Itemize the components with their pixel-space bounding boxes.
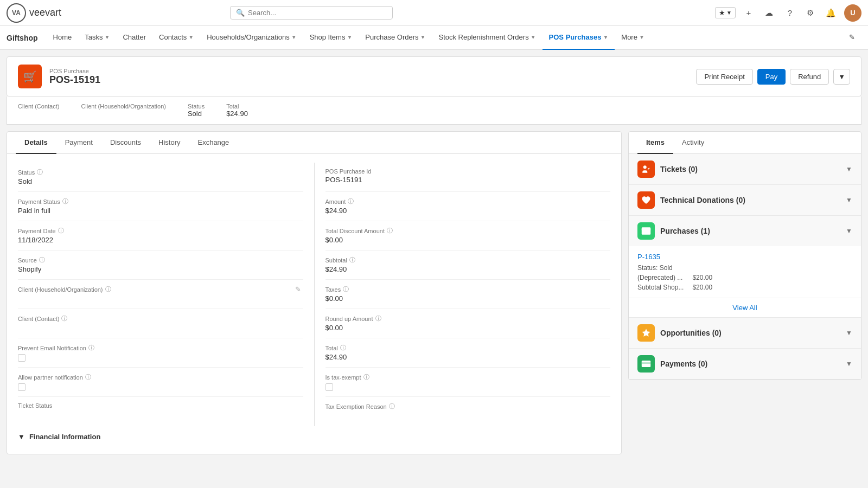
search-input[interactable] [248,9,387,17]
settings-icon[interactable]: ⚙ [803,5,818,21]
info-icon[interactable]: ⓘ [375,314,381,323]
secondary-nav: Giftshop Home Tasks▼ Chatter Contacts▼ H… [0,26,868,50]
notifications-icon[interactable]: 🔔 [824,5,839,21]
record-id: POS-15191 [49,74,100,86]
summary-status: Status Sold [188,103,205,118]
chevron-down-icon: ▼ [846,227,852,235]
top-nav: VA veevart 🔍 ★ ▼ + ☁ ? ⚙ 🔔 U [0,0,868,26]
tab-activity[interactable]: Activity [673,132,713,154]
chevron-down-icon: ▼ [531,34,536,40]
financial-section-header[interactable]: ▼ Financial Information [18,426,610,445]
chevron-down-icon: ▼ [726,10,732,16]
nav-chatter[interactable]: Chatter [116,26,152,50]
related-donations-header[interactable]: Technical Donations (0) ▼ [629,185,861,215]
related-tickets-header[interactable]: Tickets (0) ▼ [629,154,861,184]
tab-items[interactable]: Items [637,132,673,154]
nav-icons: ★ ▼ + ☁ ? ⚙ 🔔 U [715,4,861,22]
related-purchases: Purchases (1) ▼ P-1635 Status: Sold (Dep… [629,216,861,318]
nav-stock-replenishment[interactable]: Stock Replenishment Orders▼ [432,26,542,50]
chevron-down-icon: ▼ [291,34,297,40]
info-icon[interactable]: ⓘ [389,402,395,410]
field-discount-amount: Total Discount Amountⓘ $0.00 ✎ [326,221,611,251]
info-icon[interactable]: ⓘ [387,227,393,235]
search-bar[interactable]: 🔍 [230,6,393,20]
edit-icon[interactable]: ✎ [295,285,301,293]
field-total: Totalⓘ $24.90 ✎ [326,338,611,368]
app-name: Giftshop [7,34,38,42]
purchases-title: Purchases (1) [660,227,710,235]
detail-row: Statusⓘ Sold ✎ Payment Statusⓘ Paid in f… [18,163,610,426]
info-icon[interactable]: ⓘ [105,285,111,293]
info-icon[interactable]: ⓘ [88,344,94,352]
summary-client-contact: Client (Contact) [18,103,59,110]
avatar[interactable]: U [844,4,861,22]
nav-pos-purchases[interactable]: POS Purchases▼ [542,26,615,50]
field-payment-date: Payment Dateⓘ 11/18/2022 ✎ [18,221,303,251]
add-button[interactable]: + [741,5,756,21]
chevron-down-icon: ▼ [420,34,426,40]
info-icon[interactable]: ⓘ [85,373,91,381]
details-tab-content: Statusⓘ Sold ✎ Payment Statusⓘ Paid in f… [7,154,621,454]
help-icon[interactable]: ? [782,5,797,21]
right-detail-col: POS Purchase Id POS-15191 Amountⓘ $24.90… [326,163,611,426]
pos-icon: 🛒 [18,65,42,88]
info-icon[interactable]: ⓘ [58,227,64,235]
purchase-link[interactable]: P-1635 [637,253,660,261]
allow-partner-checkbox[interactable] [18,383,25,391]
tab-payment[interactable]: Payment [56,132,101,154]
nav-contacts[interactable]: Contacts▼ [152,26,200,50]
cloud-icon[interactable]: ☁ [762,5,777,21]
chevron-down-icon: ▼ [18,433,25,441]
related-payments-header[interactable]: Payments (0) ▼ [629,349,861,379]
purchases-body: P-1635 Status: Sold (Deprecated) ... Sub… [629,246,861,298]
list-item: P-1635 Status: Sold (Deprecated) ... Sub… [637,253,852,291]
field-pos-id: POS Purchase Id POS-15191 [326,163,611,192]
main-content: Details Payment Discounts History Exchan… [0,125,868,461]
chevron-down-icon: ▼ [846,196,852,204]
svg-point-0 [643,165,647,169]
chevron-down-icon: ▼ [104,34,110,40]
logo-name: veevart [29,7,61,18]
tab-exchange[interactable]: Exchange [189,132,238,154]
nav-more[interactable]: More▼ [615,26,651,50]
nav-purchase-orders[interactable]: Purchase Orders▼ [359,26,432,50]
info-icon[interactable]: ⓘ [363,373,369,381]
nav-home[interactable]: Home [47,26,79,50]
related-payments: Payments (0) ▼ [629,349,861,380]
info-icon[interactable]: ⓘ [39,256,45,264]
nav-households[interactable]: Households/Organizations▼ [200,26,303,50]
info-icon[interactable]: ⓘ [37,168,43,176]
tab-details[interactable]: Details [16,132,56,154]
refund-button[interactable]: Refund [790,69,829,85]
nav-tasks[interactable]: Tasks▼ [78,26,116,50]
tax-exempt-checkbox[interactable] [326,383,333,391]
right-panel: Items Activity Tickets (0) ▼ [628,131,861,380]
tab-history[interactable]: History [150,132,189,154]
info-icon[interactable]: ⓘ [349,256,355,264]
field-client-org: Client (Household/Organization)ⓘ ✎ [18,280,303,309]
summary-client-org: Client (Household/Organization) [81,103,166,110]
edit-nav-icon[interactable]: ✎ [843,26,861,50]
nav-shop-items[interactable]: Shop Items▼ [303,26,359,50]
prevent-email-checkbox[interactable] [18,354,25,362]
more-actions-button[interactable]: ▼ [833,69,850,85]
info-icon[interactable]: ⓘ [62,197,68,206]
field-tax-exempt: Is tax-exemptⓘ ✎ [326,368,611,397]
opportunities-icon [637,324,655,342]
pay-button[interactable]: Pay [757,69,786,85]
related-opportunities-header[interactable]: Opportunities (0) ▼ [629,318,861,348]
view-all-button[interactable]: View All [629,298,861,317]
info-icon[interactable]: ⓘ [348,197,354,206]
page-header-left: 🛒 POS Purchase POS-15191 [18,65,100,88]
tab-discounts[interactable]: Discounts [101,132,150,154]
info-icon[interactable]: ⓘ [340,344,346,352]
chevron-down-icon: ▼ [846,165,852,173]
info-icon[interactable]: ⓘ [61,314,67,323]
favorites-button[interactable]: ★ ▼ [715,7,736,18]
left-tab-bar: Details Payment Discounts History Exchan… [7,132,621,154]
print-receipt-button[interactable]: Print Receipt [696,69,752,85]
related-purchases-header[interactable]: Purchases (1) ▼ [629,216,861,246]
donations-title: Technical Donations (0) [660,196,745,204]
purchase-detail: Status: Sold (Deprecated) ... Subtotal S… [637,264,852,291]
info-icon[interactable]: ⓘ [343,285,349,293]
